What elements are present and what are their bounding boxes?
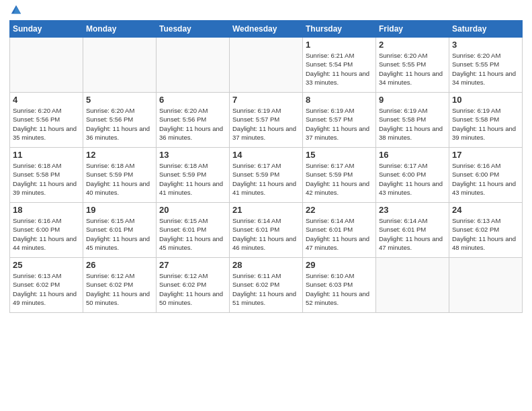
calendar-day-cell: 14Sunrise: 6:17 AM Sunset: 5:59 PM Dayli… — [230, 148, 303, 203]
calendar-day-cell: 8Sunrise: 6:19 AM Sunset: 5:57 PM Daylig… — [303, 93, 376, 148]
day-info: Sunrise: 6:14 AM Sunset: 6:01 PM Dayligh… — [232, 216, 300, 252]
day-info: Sunrise: 6:19 AM Sunset: 5:58 PM Dayligh… — [452, 106, 519, 142]
day-info: Sunrise: 6:12 AM Sunset: 6:02 PM Dayligh… — [86, 271, 153, 307]
calendar-day-cell: 22Sunrise: 6:14 AM Sunset: 6:01 PM Dayli… — [303, 203, 376, 258]
calendar-day-cell: 19Sunrise: 6:15 AM Sunset: 6:01 PM Dayli… — [83, 203, 157, 258]
calendar-day-cell: 27Sunrise: 6:12 AM Sunset: 6:02 PM Dayli… — [157, 258, 230, 313]
day-number: 23 — [379, 205, 446, 215]
calendar-week-row: 1Sunrise: 6:21 AM Sunset: 5:54 PM Daylig… — [10, 38, 523, 93]
page-container: SundayMondayTuesdayWednesdayThursdayFrid… — [0, 0, 532, 320]
calendar-day-cell: 10Sunrise: 6:19 AM Sunset: 5:58 PM Dayli… — [449, 93, 523, 148]
calendar-week-row: 4Sunrise: 6:20 AM Sunset: 5:56 PM Daylig… — [10, 93, 523, 148]
day-of-week-header: Monday — [83, 21, 157, 38]
calendar-day-cell: 28Sunrise: 6:11 AM Sunset: 6:02 PM Dayli… — [230, 258, 303, 313]
day-number: 26 — [86, 260, 153, 270]
day-number: 16 — [379, 150, 446, 160]
calendar-day-cell — [449, 258, 523, 313]
day-info: Sunrise: 6:17 AM Sunset: 5:59 PM Dayligh… — [232, 161, 300, 197]
calendar-week-row: 25Sunrise: 6:13 AM Sunset: 6:02 PM Dayli… — [10, 258, 523, 313]
day-number: 12 — [86, 150, 153, 160]
day-info: Sunrise: 6:14 AM Sunset: 6:01 PM Dayligh… — [306, 216, 373, 252]
day-info: Sunrise: 6:15 AM Sunset: 6:01 PM Dayligh… — [86, 216, 153, 252]
calendar-day-cell: 26Sunrise: 6:12 AM Sunset: 6:02 PM Dayli… — [83, 258, 157, 313]
day-number: 4 — [13, 95, 80, 105]
day-number: 14 — [232, 150, 300, 160]
day-number: 29 — [306, 260, 373, 270]
day-of-week-header: Sunday — [10, 21, 83, 38]
calendar-day-cell: 20Sunrise: 6:15 AM Sunset: 6:01 PM Dayli… — [157, 203, 230, 258]
day-number: 8 — [306, 95, 373, 105]
day-info: Sunrise: 6:16 AM Sunset: 6:00 PM Dayligh… — [452, 161, 519, 197]
calendar-day-cell: 9Sunrise: 6:19 AM Sunset: 5:58 PM Daylig… — [376, 93, 449, 148]
day-number: 9 — [379, 95, 446, 105]
calendar-day-cell: 12Sunrise: 6:18 AM Sunset: 5:59 PM Dayli… — [83, 148, 157, 203]
day-info: Sunrise: 6:18 AM Sunset: 5:59 PM Dayligh… — [159, 161, 226, 197]
calendar-day-cell: 17Sunrise: 6:16 AM Sunset: 6:00 PM Dayli… — [449, 148, 523, 203]
day-number: 20 — [159, 205, 226, 215]
calendar-week-row: 18Sunrise: 6:16 AM Sunset: 6:00 PM Dayli… — [10, 203, 523, 258]
day-number: 3 — [452, 40, 519, 50]
day-number: 1 — [306, 40, 373, 50]
day-number: 2 — [379, 40, 446, 50]
day-info: Sunrise: 6:10 AM Sunset: 6:03 PM Dayligh… — [306, 271, 373, 307]
calendar-day-cell: 18Sunrise: 6:16 AM Sunset: 6:00 PM Dayli… — [10, 203, 83, 258]
calendar-day-cell: 7Sunrise: 6:19 AM Sunset: 5:57 PM Daylig… — [230, 93, 303, 148]
calendar-day-cell: 4Sunrise: 6:20 AM Sunset: 5:56 PM Daylig… — [10, 93, 83, 148]
calendar-table: SundayMondayTuesdayWednesdayThursdayFrid… — [9, 20, 523, 313]
day-info: Sunrise: 6:11 AM Sunset: 6:02 PM Dayligh… — [232, 271, 300, 307]
calendar-day-cell — [10, 38, 83, 93]
day-info: Sunrise: 6:17 AM Sunset: 5:59 PM Dayligh… — [306, 161, 373, 197]
day-number: 10 — [452, 95, 519, 105]
day-number: 18 — [13, 205, 80, 215]
day-of-week-header: Wednesday — [230, 21, 303, 38]
day-number: 7 — [232, 95, 300, 105]
calendar-day-cell: 6Sunrise: 6:20 AM Sunset: 5:56 PM Daylig… — [157, 93, 230, 148]
calendar-header-row: SundayMondayTuesdayWednesdayThursdayFrid… — [10, 21, 523, 38]
calendar-day-cell: 21Sunrise: 6:14 AM Sunset: 6:01 PM Dayli… — [230, 203, 303, 258]
calendar-day-cell: 1Sunrise: 6:21 AM Sunset: 5:54 PM Daylig… — [303, 38, 376, 93]
logo — [9, 9, 22, 16]
calendar-day-cell: 25Sunrise: 6:13 AM Sunset: 6:02 PM Dayli… — [10, 258, 83, 313]
calendar-day-cell — [376, 258, 449, 313]
calendar-day-cell: 24Sunrise: 6:13 AM Sunset: 6:02 PM Dayli… — [449, 203, 523, 258]
calendar-week-row: 11Sunrise: 6:18 AM Sunset: 5:58 PM Dayli… — [10, 148, 523, 203]
day-number: 21 — [232, 205, 300, 215]
day-number: 15 — [306, 150, 373, 160]
day-of-week-header: Friday — [376, 21, 449, 38]
day-number: 11 — [13, 150, 80, 160]
calendar-day-cell: 13Sunrise: 6:18 AM Sunset: 5:59 PM Dayli… — [157, 148, 230, 203]
calendar-day-cell — [230, 38, 303, 93]
day-of-week-header: Tuesday — [157, 21, 230, 38]
header — [9, 7, 523, 16]
day-number: 24 — [452, 205, 519, 215]
calendar-day-cell — [157, 38, 230, 93]
calendar-day-cell: 16Sunrise: 6:17 AM Sunset: 6:00 PM Dayli… — [376, 148, 449, 203]
day-number: 22 — [306, 205, 373, 215]
calendar-day-cell: 2Sunrise: 6:20 AM Sunset: 5:55 PM Daylig… — [376, 38, 449, 93]
day-info: Sunrise: 6:20 AM Sunset: 5:56 PM Dayligh… — [159, 106, 226, 142]
day-info: Sunrise: 6:13 AM Sunset: 6:02 PM Dayligh… — [13, 271, 80, 307]
day-info: Sunrise: 6:20 AM Sunset: 5:56 PM Dayligh… — [13, 106, 80, 142]
day-number: 13 — [159, 150, 226, 160]
day-of-week-header: Saturday — [449, 21, 523, 38]
day-info: Sunrise: 6:19 AM Sunset: 5:57 PM Dayligh… — [232, 106, 300, 142]
day-number: 6 — [159, 95, 226, 105]
day-info: Sunrise: 6:20 AM Sunset: 5:56 PM Dayligh… — [86, 106, 153, 142]
calendar-day-cell: 5Sunrise: 6:20 AM Sunset: 5:56 PM Daylig… — [83, 93, 157, 148]
calendar-day-cell: 15Sunrise: 6:17 AM Sunset: 5:59 PM Dayli… — [303, 148, 376, 203]
day-info: Sunrise: 6:15 AM Sunset: 6:01 PM Dayligh… — [159, 216, 226, 252]
day-info: Sunrise: 6:18 AM Sunset: 5:58 PM Dayligh… — [13, 161, 80, 197]
calendar-day-cell: 3Sunrise: 6:20 AM Sunset: 5:55 PM Daylig… — [449, 38, 523, 93]
calendar-day-cell: 23Sunrise: 6:14 AM Sunset: 6:01 PM Dayli… — [376, 203, 449, 258]
day-info: Sunrise: 6:21 AM Sunset: 5:54 PM Dayligh… — [306, 51, 373, 87]
day-number: 19 — [86, 205, 153, 215]
calendar-day-cell: 29Sunrise: 6:10 AM Sunset: 6:03 PM Dayli… — [303, 258, 376, 313]
day-info: Sunrise: 6:18 AM Sunset: 5:59 PM Dayligh… — [86, 161, 153, 197]
day-info: Sunrise: 6:19 AM Sunset: 5:58 PM Dayligh… — [379, 106, 446, 142]
logo-icon — [10, 4, 22, 16]
day-info: Sunrise: 6:20 AM Sunset: 5:55 PM Dayligh… — [379, 51, 446, 87]
day-number: 17 — [452, 150, 519, 160]
day-info: Sunrise: 6:20 AM Sunset: 5:55 PM Dayligh… — [452, 51, 519, 87]
day-info: Sunrise: 6:16 AM Sunset: 6:00 PM Dayligh… — [13, 216, 80, 252]
calendar-day-cell: 11Sunrise: 6:18 AM Sunset: 5:58 PM Dayli… — [10, 148, 83, 203]
